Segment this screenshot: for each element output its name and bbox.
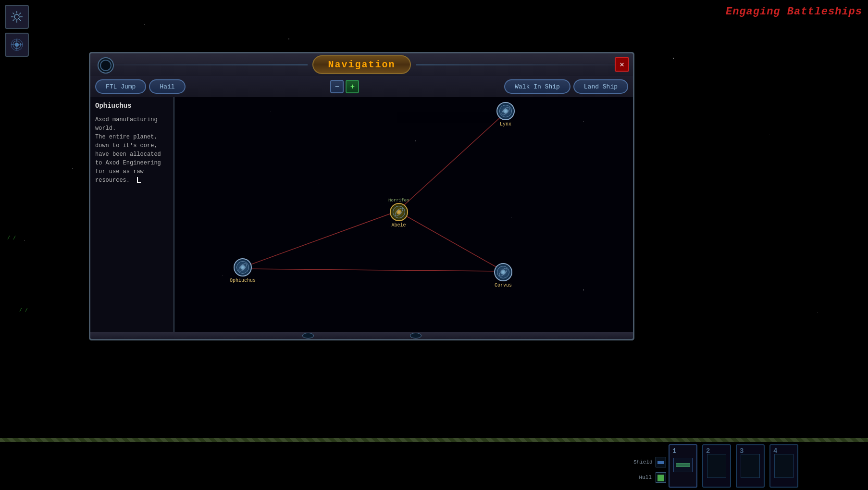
- particle-2: / /: [19, 308, 28, 313]
- weapon-slot-2-display: [707, 454, 726, 478]
- corvus-star-icon: [494, 263, 512, 281]
- weapon-slot-2[interactable]: 2: [702, 444, 731, 488]
- shield-bar-container: [656, 457, 666, 467]
- weapon-slot-3-number: 3: [740, 447, 744, 455]
- star-map[interactable]: Lynx Horrifen Abele Ophiuchus: [174, 97, 633, 339]
- svg-line-6: [19, 19, 21, 21]
- bottom-decoration-left: [302, 333, 314, 339]
- engaging-status: Engaging Battleships: [726, 6, 862, 18]
- title-line-right: [416, 64, 633, 65]
- star-node-lynx[interactable]: Lynx: [496, 102, 515, 127]
- network-icon: [10, 38, 24, 51]
- hull-bar-fill: [657, 475, 664, 481]
- zoom-controls: − +: [330, 80, 359, 93]
- selected-planet-name: Ophiuchus: [95, 102, 169, 110]
- svg-point-0: [14, 14, 19, 19]
- hull-label: Hull: [633, 475, 652, 480]
- window-title: Navigation: [328, 59, 395, 70]
- close-icon: ✕: [620, 60, 624, 69]
- land-ship-button[interactable]: Land Ship: [573, 79, 628, 94]
- shield-label: Shield: [633, 459, 652, 465]
- abel-label: Abele: [392, 223, 406, 228]
- weapon-slot-3-display: [741, 454, 760, 478]
- svg-line-5: [13, 13, 15, 15]
- lynx-label: Lynx: [500, 122, 511, 127]
- svg-line-8: [13, 19, 15, 21]
- star-node-ophiuchus[interactable]: Ophiuchus: [230, 258, 256, 283]
- weapon-slot-4-display: [774, 454, 794, 478]
- shield-row: Shield: [633, 457, 666, 467]
- window-content: Ophiuchus Axod manufacturing world.The e…: [89, 97, 634, 340]
- navigation-window: Navigation ✕ FTL Jump Hail − + Walk In S…: [89, 52, 634, 340]
- weapon-slot-4-number: 4: [773, 447, 777, 455]
- star-node-abel[interactable]: Horrifen Abele: [388, 198, 409, 228]
- bottom-hud: Shield Hull 1 2 3 4: [0, 442, 868, 490]
- left-info-panel: Ophiuchus Axod manufacturing world.The e…: [90, 97, 174, 339]
- weapon-slot-1[interactable]: 1: [669, 444, 697, 488]
- shield-bar-fill: [657, 461, 664, 464]
- hull-bar-container: [656, 472, 666, 483]
- zoom-in-button[interactable]: +: [346, 80, 359, 93]
- ophiuchus-label: Ophiuchus: [230, 278, 256, 283]
- ophiuchus-star-icon: [234, 258, 252, 276]
- abel-sublabel: Horrifen: [388, 198, 409, 203]
- weapon-slot-1-number: 1: [672, 447, 676, 455]
- planet-description: Axod manufacturing world.The entire plan…: [95, 115, 169, 185]
- weapon-slot-1-display: [673, 458, 693, 472]
- window-title-plate: Navigation: [312, 55, 410, 74]
- hail-button[interactable]: Hail: [149, 79, 185, 94]
- title-line-left: [90, 64, 308, 65]
- window-titlebar: Navigation ✕: [89, 52, 634, 76]
- star-node-corvus[interactable]: Corvus: [494, 263, 512, 288]
- network-button[interactable]: [5, 33, 29, 57]
- close-button[interactable]: ✕: [615, 57, 629, 72]
- window-bottom-bar: [89, 332, 634, 340]
- ftl-jump-button[interactable]: FTL Jump: [95, 79, 146, 94]
- lynx-star-icon: [496, 102, 515, 120]
- walk-in-ship-button[interactable]: Walk In Ship: [504, 79, 570, 94]
- abel-star-icon: [390, 203, 408, 221]
- bottom-decoration-right: [410, 333, 422, 339]
- svg-line-7: [19, 13, 21, 15]
- weapon-slot-4[interactable]: 4: [769, 444, 798, 488]
- window-toolbar: FTL Jump Hail − + Walk In Ship Land Ship: [89, 76, 634, 97]
- corvus-label: Corvus: [495, 283, 512, 288]
- weapon-slot-2-number: 2: [706, 447, 710, 455]
- settings-button[interactable]: [5, 5, 29, 29]
- window-left-decoration: [98, 57, 114, 74]
- svg-line-15: [239, 211, 397, 269]
- svg-line-16: [239, 269, 504, 271]
- status-indicators: Shield Hull: [633, 457, 666, 483]
- weapon-slot-3[interactable]: 3: [736, 444, 765, 488]
- stripe-bar: [0, 438, 868, 442]
- particle-1: / /: [7, 236, 16, 241]
- svg-line-17: [397, 211, 504, 271]
- hull-row: Hull: [633, 472, 666, 483]
- svg-line-14: [397, 113, 506, 211]
- weapon-slot-1-bar: [676, 463, 690, 467]
- zoom-out-button[interactable]: −: [330, 80, 344, 93]
- settings-icon: [10, 10, 24, 24]
- top-left-icon-panel: [5, 5, 29, 57]
